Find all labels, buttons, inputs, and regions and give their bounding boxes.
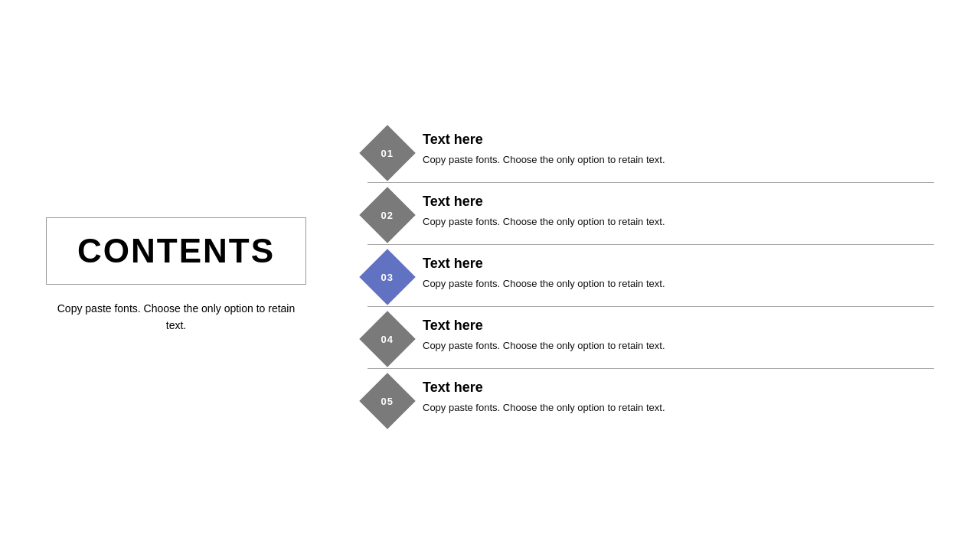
- page-container: CONTENTS Copy paste fonts. Choose the on…: [0, 0, 980, 551]
- item-description-5: Copy paste fonts. Choose the only option…: [423, 400, 934, 416]
- item-description-4: Copy paste fonts. Choose the only option…: [423, 338, 934, 354]
- diamond-badge-3: 03: [359, 249, 416, 305]
- diamond-badge-1: 01: [359, 125, 416, 181]
- badge-number-5: 05: [381, 396, 394, 407]
- item-description-1: Copy paste fonts. Choose the only option…: [423, 152, 934, 168]
- item-title-2: Text here: [423, 194, 934, 210]
- item-content-3: Text here Copy paste fonts. Choose the o…: [423, 256, 934, 292]
- left-description: Copy paste fonts. Choose the only option…: [46, 300, 306, 334]
- item-description-2: Copy paste fonts. Choose the only option…: [423, 214, 934, 230]
- item-title-4: Text here: [423, 318, 934, 334]
- item-content-1: Text here Copy paste fonts. Choose the o…: [423, 132, 934, 168]
- left-panel: CONTENTS Copy paste fonts. Choose the on…: [46, 217, 337, 334]
- list-item: 01 Text here Copy paste fonts. Choose th…: [368, 121, 934, 183]
- item-content-5: Text here Copy paste fonts. Choose the o…: [423, 380, 934, 416]
- list-item: 03 Text here Copy paste fonts. Choose th…: [368, 245, 934, 307]
- item-description-3: Copy paste fonts. Choose the only option…: [423, 276, 934, 292]
- list-item: 02 Text here Copy paste fonts. Choose th…: [368, 183, 934, 245]
- item-content-4: Text here Copy paste fonts. Choose the o…: [423, 318, 934, 354]
- item-title-3: Text here: [423, 256, 934, 272]
- diamond-badge-4: 04: [359, 311, 416, 367]
- item-content-2: Text here Copy paste fonts. Choose the o…: [423, 194, 934, 230]
- badge-number-1: 01: [381, 148, 394, 159]
- list-item: 04 Text here Copy paste fonts. Choose th…: [368, 307, 934, 369]
- right-panel: 01 Text here Copy paste fonts. Choose th…: [337, 121, 934, 430]
- badge-number-3: 03: [381, 272, 394, 283]
- title-box: CONTENTS: [46, 217, 306, 285]
- item-title-1: Text here: [423, 132, 934, 148]
- badge-number-2: 02: [381, 210, 394, 221]
- diamond-badge-2: 02: [359, 187, 416, 243]
- page-title: CONTENTS: [77, 232, 275, 269]
- badge-number-4: 04: [381, 334, 394, 345]
- item-title-5: Text here: [423, 380, 934, 396]
- list-item: 05 Text here Copy paste fonts. Choose th…: [368, 369, 934, 430]
- diamond-badge-5: 05: [359, 373, 416, 429]
